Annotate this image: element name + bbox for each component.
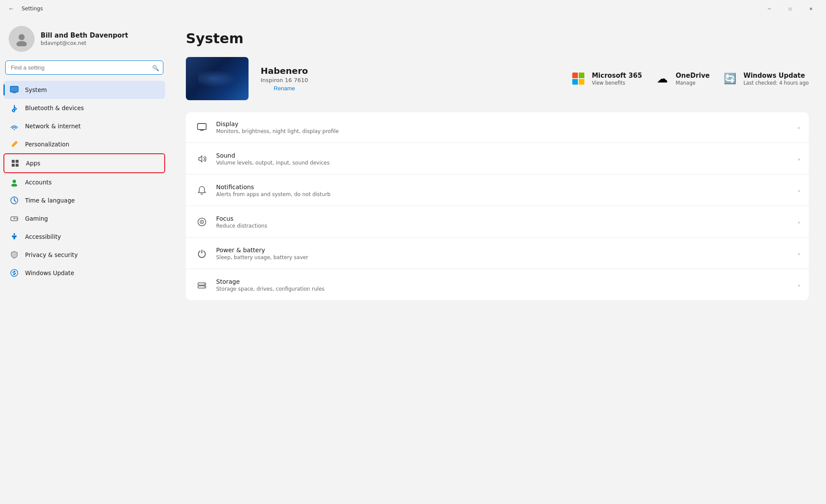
quick-link-windowsupdate[interactable]: 🔄 Windows Update Last checked: 4 hours a…	[722, 70, 809, 87]
user-name: Bill and Beth Davenport	[41, 32, 128, 39]
sidebar-item-windowsupdate[interactable]: Windows Update	[3, 264, 165, 282]
notifications-title: Notifications	[216, 184, 791, 190]
notifications-text: Notifications Alerts from apps and syste…	[216, 184, 791, 197]
ms365-icon	[572, 73, 584, 85]
sidebar-item-label: Privacy & security	[25, 251, 78, 258]
notifications-icon	[195, 183, 209, 198]
display-title: Display	[216, 120, 791, 127]
titlebar: ← Settings ─ □ ✕	[0, 0, 826, 17]
user-email: bdavnpt@cox.net	[41, 40, 128, 46]
sidebar-item-gaming[interactable]: Gaming	[3, 209, 165, 228]
svg-point-25	[204, 284, 205, 285]
sidebar-item-label: Gaming	[25, 215, 48, 222]
display-icon	[195, 120, 209, 135]
device-model: Inspiron 16 7610	[261, 77, 308, 83]
sidebar-item-label: Windows Update	[25, 269, 74, 276]
accessibility-icon	[10, 232, 19, 241]
onedrive-title: OneDrive	[676, 72, 710, 79]
sidebar-item-personalization[interactable]: Personalization	[3, 135, 165, 153]
sidebar-item-apps[interactable]: Apps	[3, 153, 165, 173]
windowsupdate-title: Windows Update	[743, 72, 809, 79]
settings-item-focus[interactable]: Focus Reduce distractions ›	[186, 207, 809, 238]
notifications-arrow: ›	[798, 187, 800, 194]
sound-arrow: ›	[798, 156, 800, 162]
gaming-icon	[10, 214, 19, 223]
sound-desc: Volume levels, output, input, sound devi…	[216, 160, 791, 166]
sidebar-item-system[interactable]: System	[3, 81, 165, 99]
storage-arrow: ›	[798, 282, 800, 288]
personalization-icon	[10, 139, 19, 149]
quick-link-onedrive[interactable]: ☁️ OneDrive Manage	[654, 70, 710, 87]
sound-icon	[195, 152, 209, 166]
nav-list: System Bluetooth & devices Network & int…	[0, 79, 169, 284]
sidebar-item-label: Accounts	[25, 179, 52, 186]
sidebar-item-time[interactable]: Time & language	[3, 191, 165, 209]
onedrive-text: OneDrive Manage	[676, 72, 710, 86]
onedrive-icon: ☁️	[657, 72, 668, 85]
settings-item-sound[interactable]: Sound Volume levels, output, input, soun…	[186, 144, 809, 174]
ms365-subtitle: View benefits	[592, 80, 642, 86]
windowsupdate-icon-wrap: 🔄	[722, 70, 738, 87]
user-section: Bill and Beth Davenport bdavnpt@cox.net	[0, 17, 169, 59]
time-icon	[10, 196, 19, 205]
sidebar-item-label: Personalization	[25, 141, 69, 148]
storage-desc: Storage space, drives, configuration rul…	[216, 286, 791, 292]
device-info: Habenero Inspiron 16 7610 Rename	[261, 66, 308, 92]
back-button[interactable]: ←	[5, 3, 17, 15]
svg-rect-2	[10, 86, 18, 92]
settings-item-storage[interactable]: Storage Storage space, drives, configura…	[186, 270, 809, 300]
bluetooth-icon	[10, 103, 19, 113]
settings-list: Display Monitors, brightness, night ligh…	[186, 112, 809, 300]
sidebar-item-accounts[interactable]: Accounts	[3, 173, 165, 191]
settings-item-notifications[interactable]: Notifications Alerts from apps and syste…	[186, 175, 809, 206]
focus-desc: Reduce distractions	[216, 223, 791, 229]
close-button[interactable]: ✕	[801, 2, 821, 15]
power-arrow: ›	[798, 250, 800, 257]
page-title: System	[186, 30, 809, 47]
app-title: Settings	[22, 6, 755, 12]
sidebar-item-accessibility[interactable]: Accessibility	[3, 228, 165, 246]
settings-item-display[interactable]: Display Monitors, brightness, night ligh…	[186, 112, 809, 143]
network-icon	[10, 121, 19, 131]
minimize-button[interactable]: ─	[759, 2, 779, 15]
sidebar-item-label: Time & language	[25, 197, 75, 204]
maximize-button[interactable]: □	[780, 2, 800, 15]
focus-text: Focus Reduce distractions	[216, 215, 791, 229]
windowsupdate-subtitle: Last checked: 4 hours ago	[743, 80, 809, 86]
windowsupdate-text: Windows Update Last checked: 4 hours ago	[743, 72, 809, 86]
search-bar: 🔍	[5, 60, 163, 75]
svg-point-26	[204, 287, 205, 288]
svg-rect-5	[12, 160, 15, 163]
svg-point-15	[16, 218, 16, 219]
svg-rect-7	[12, 164, 15, 167]
system-icon	[10, 85, 19, 95]
onedrive-subtitle: Manage	[676, 80, 710, 86]
ms365-icon-wrap	[570, 70, 587, 87]
device-name: Habenero	[261, 66, 308, 76]
svg-rect-19	[198, 124, 206, 130]
power-desc: Sleep, battery usage, battery saver	[216, 254, 791, 260]
svg-point-16	[16, 219, 17, 219]
sidebar-item-label: System	[25, 86, 47, 93]
sidebar-item-privacy[interactable]: Privacy & security	[3, 246, 165, 264]
settings-item-power[interactable]: Power & battery Sleep, battery usage, ba…	[186, 238, 809, 269]
svg-point-17	[13, 233, 15, 235]
svg-point-10	[11, 184, 17, 187]
display-desc: Monitors, brightness, night light, displ…	[216, 128, 791, 134]
sidebar-item-network[interactable]: Network & internet	[3, 117, 165, 135]
power-title: Power & battery	[216, 247, 791, 254]
device-row: Habenero Inspiron 16 7610 Rename Microso…	[186, 57, 809, 100]
onedrive-icon-wrap: ☁️	[654, 70, 670, 87]
svg-point-0	[19, 34, 25, 40]
rename-button[interactable]: Rename	[261, 85, 308, 92]
focus-title: Focus	[216, 215, 791, 222]
quick-link-ms365[interactable]: Microsoft 365 View benefits	[570, 70, 642, 87]
windowsupdate-icon: 🔄	[724, 73, 737, 85]
storage-icon	[195, 278, 209, 292]
svg-point-1	[16, 41, 27, 46]
device-image	[186, 57, 249, 100]
search-input[interactable]	[5, 60, 163, 75]
svg-point-4	[14, 129, 15, 130]
sidebar-item-bluetooth[interactable]: Bluetooth & devices	[3, 99, 165, 117]
main-content: System Habenero Inspiron 16 7610 Rename …	[169, 17, 826, 504]
